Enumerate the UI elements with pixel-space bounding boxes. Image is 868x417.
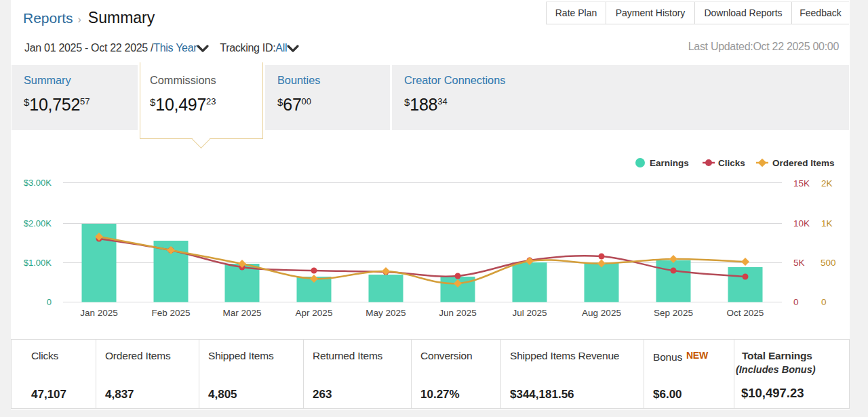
svg-text:1K: 1K bbox=[821, 218, 833, 229]
svg-text:500: 500 bbox=[821, 258, 836, 268]
svg-text:Jul 2025: Jul 2025 bbox=[512, 308, 547, 318]
svg-text:May 2025: May 2025 bbox=[366, 308, 406, 318]
svg-text:Jan 2025: Jan 2025 bbox=[80, 308, 118, 318]
svg-text:$2.00K: $2.00K bbox=[24, 218, 52, 229]
svg-text:Ordered Items: Ordered Items bbox=[772, 158, 835, 168]
svg-text:Aug 2025: Aug 2025 bbox=[582, 308, 621, 318]
svg-text:0: 0 bbox=[47, 297, 52, 307]
svg-text:Clicks: Clicks bbox=[718, 158, 745, 168]
svg-text:10K: 10K bbox=[793, 218, 810, 229]
svg-text:0: 0 bbox=[821, 297, 827, 307]
svg-text:0: 0 bbox=[793, 297, 799, 307]
svg-text:Apr 2025: Apr 2025 bbox=[296, 308, 333, 318]
svg-text:2K: 2K bbox=[821, 178, 833, 188]
svg-text:Feb 2025: Feb 2025 bbox=[151, 308, 190, 318]
svg-text:Jun 2025: Jun 2025 bbox=[439, 308, 477, 318]
svg-text:Mar 2025: Mar 2025 bbox=[222, 308, 261, 318]
svg-text:Earnings: Earnings bbox=[650, 158, 689, 168]
svg-text:$3.00K: $3.00K bbox=[24, 178, 52, 188]
svg-text:Oct 2025: Oct 2025 bbox=[727, 308, 764, 318]
svg-text:Sep 2025: Sep 2025 bbox=[654, 308, 693, 318]
svg-text:15K: 15K bbox=[793, 178, 810, 188]
svg-text:$1.00K: $1.00K bbox=[24, 258, 52, 268]
svg-text:5K: 5K bbox=[793, 258, 805, 268]
